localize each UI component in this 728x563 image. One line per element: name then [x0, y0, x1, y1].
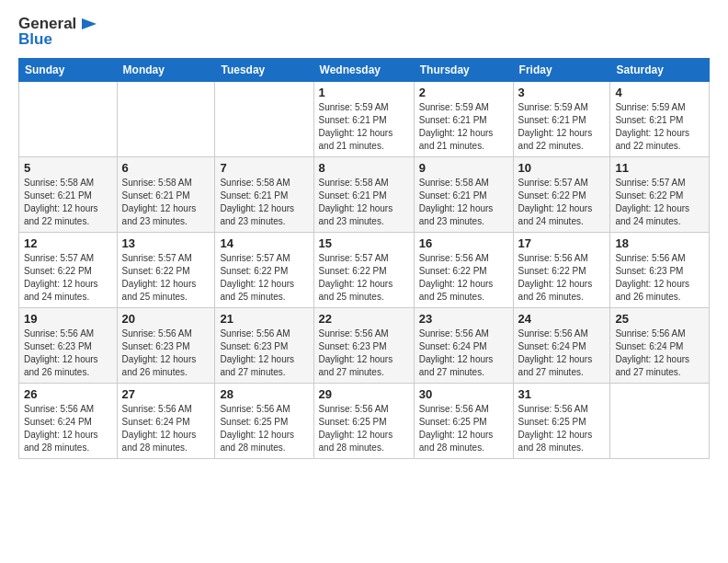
cell-day-number: 15: [319, 236, 409, 250]
page: General Blue SundayMondayTuesdayWednesda…: [0, 0, 728, 563]
calendar-cell: 5Sunrise: 5:58 AM Sunset: 6:21 PM Daylig…: [19, 156, 118, 232]
calendar-cell: 12Sunrise: 5:57 AM Sunset: 6:22 PM Dayli…: [19, 232, 118, 307]
calendar-cell: [610, 383, 710, 458]
cell-info: Sunrise: 5:56 AM Sunset: 6:24 PM Dayligh…: [518, 327, 606, 379]
cell-day-number: 16: [419, 236, 508, 250]
cell-day-number: 29: [319, 387, 409, 401]
cell-info: Sunrise: 5:56 AM Sunset: 6:23 PM Dayligh…: [24, 327, 112, 379]
cell-info: Sunrise: 5:56 AM Sunset: 6:24 PM Dayligh…: [419, 327, 508, 379]
cell-day-number: 27: [122, 387, 210, 401]
calendar-cell: 29Sunrise: 5:56 AM Sunset: 6:25 PM Dayli…: [313, 383, 414, 458]
cell-info: Sunrise: 5:57 AM Sunset: 6:22 PM Dayligh…: [220, 252, 308, 304]
cell-day-number: 24: [518, 312, 606, 326]
calendar-cell: 10Sunrise: 5:57 AM Sunset: 6:22 PM Dayli…: [513, 156, 610, 232]
cell-day-number: 11: [615, 161, 704, 175]
cell-info: Sunrise: 5:56 AM Sunset: 6:23 PM Dayligh…: [122, 327, 210, 379]
cell-info: Sunrise: 5:58 AM Sunset: 6:21 PM Dayligh…: [24, 177, 112, 228]
calendar-cell: 21Sunrise: 5:56 AM Sunset: 6:23 PM Dayli…: [215, 307, 313, 383]
weekday-header-wednesday: Wednesday: [313, 58, 414, 81]
calendar-cell: 6Sunrise: 5:58 AM Sunset: 6:21 PM Daylig…: [117, 156, 215, 232]
weekday-header-thursday: Thursday: [414, 58, 513, 81]
cell-info: Sunrise: 5:57 AM Sunset: 6:22 PM Dayligh…: [24, 252, 112, 304]
cell-day-number: 22: [319, 312, 409, 326]
calendar-cell: 20Sunrise: 5:56 AM Sunset: 6:23 PM Dayli…: [117, 307, 215, 383]
cell-day-number: 12: [24, 236, 112, 250]
cell-day-number: 19: [24, 312, 112, 326]
cell-info: Sunrise: 5:58 AM Sunset: 6:21 PM Dayligh…: [319, 177, 409, 228]
cell-info: Sunrise: 5:58 AM Sunset: 6:21 PM Dayligh…: [122, 177, 210, 228]
cell-day-number: 14: [220, 236, 308, 250]
cell-day-number: 5: [24, 161, 112, 175]
cell-day-number: 7: [220, 161, 308, 175]
calendar-cell: 18Sunrise: 5:56 AM Sunset: 6:23 PM Dayli…: [610, 232, 710, 307]
cell-info: Sunrise: 5:56 AM Sunset: 6:25 PM Dayligh…: [419, 403, 508, 454]
cell-info: Sunrise: 5:56 AM Sunset: 6:23 PM Dayligh…: [615, 252, 704, 304]
logo: General Blue: [18, 15, 97, 49]
calendar-cell: 25Sunrise: 5:56 AM Sunset: 6:24 PM Dayli…: [610, 307, 710, 383]
cell-info: Sunrise: 5:56 AM Sunset: 6:23 PM Dayligh…: [220, 327, 308, 379]
cell-info: Sunrise: 5:56 AM Sunset: 6:23 PM Dayligh…: [319, 327, 409, 379]
cell-info: Sunrise: 5:58 AM Sunset: 6:21 PM Dayligh…: [419, 177, 508, 228]
cell-day-number: 3: [518, 86, 606, 99]
calendar-cell: 1Sunrise: 5:59 AM Sunset: 6:21 PM Daylig…: [313, 81, 414, 156]
calendar-cell: 24Sunrise: 5:56 AM Sunset: 6:24 PM Dayli…: [513, 307, 610, 383]
header: General Blue: [18, 15, 710, 49]
cell-day-number: 25: [615, 312, 704, 326]
cell-info: Sunrise: 5:56 AM Sunset: 6:25 PM Dayligh…: [319, 403, 409, 454]
logo-text-block: General Blue: [18, 15, 97, 49]
calendar-cell: 9Sunrise: 5:58 AM Sunset: 6:21 PM Daylig…: [414, 156, 513, 232]
weekday-header-monday: Monday: [117, 58, 215, 81]
cell-info: Sunrise: 5:59 AM Sunset: 6:21 PM Dayligh…: [419, 101, 508, 153]
calendar-cell: 28Sunrise: 5:56 AM Sunset: 6:25 PM Dayli…: [215, 383, 313, 458]
calendar-cell: 19Sunrise: 5:56 AM Sunset: 6:23 PM Dayli…: [19, 307, 118, 383]
calendar-cell: 26Sunrise: 5:56 AM Sunset: 6:24 PM Dayli…: [19, 383, 118, 458]
cell-info: Sunrise: 5:57 AM Sunset: 6:22 PM Dayligh…: [122, 252, 210, 304]
calendar-cell: 2Sunrise: 5:59 AM Sunset: 6:21 PM Daylig…: [414, 81, 513, 156]
cell-info: Sunrise: 5:56 AM Sunset: 6:24 PM Dayligh…: [122, 403, 210, 454]
cell-info: Sunrise: 5:57 AM Sunset: 6:22 PM Dayligh…: [615, 177, 704, 228]
calendar-cell: 16Sunrise: 5:56 AM Sunset: 6:22 PM Dayli…: [414, 232, 513, 307]
calendar-cell: 30Sunrise: 5:56 AM Sunset: 6:25 PM Dayli…: [414, 383, 513, 458]
calendar-cell: [215, 81, 313, 156]
cell-info: Sunrise: 5:56 AM Sunset: 6:25 PM Dayligh…: [220, 403, 308, 454]
cell-day-number: 2: [419, 86, 508, 99]
week-row-2: 5Sunrise: 5:58 AM Sunset: 6:21 PM Daylig…: [19, 156, 710, 232]
weekday-header-saturday: Saturday: [610, 58, 710, 81]
cell-info: Sunrise: 5:56 AM Sunset: 6:24 PM Dayligh…: [24, 403, 112, 454]
cell-day-number: 1: [319, 86, 409, 99]
cell-day-number: 30: [419, 387, 508, 401]
cell-day-number: 4: [615, 86, 704, 99]
weekday-header-row: SundayMondayTuesdayWednesdayThursdayFrid…: [19, 58, 710, 81]
cell-day-number: 26: [24, 387, 112, 401]
calendar-cell: 8Sunrise: 5:58 AM Sunset: 6:21 PM Daylig…: [313, 156, 414, 232]
cell-info: Sunrise: 5:59 AM Sunset: 6:21 PM Dayligh…: [319, 101, 409, 153]
calendar-cell: 11Sunrise: 5:57 AM Sunset: 6:22 PM Dayli…: [610, 156, 710, 232]
cell-day-number: 28: [220, 387, 308, 401]
cell-day-number: 13: [122, 236, 210, 250]
cell-info: Sunrise: 5:56 AM Sunset: 6:24 PM Dayligh…: [615, 327, 704, 379]
calendar-cell: [19, 81, 118, 156]
weekday-header-sunday: Sunday: [19, 58, 118, 81]
cell-day-number: 31: [518, 387, 606, 401]
calendar-table: SundayMondayTuesdayWednesdayThursdayFrid…: [18, 58, 710, 459]
calendar-cell: 15Sunrise: 5:57 AM Sunset: 6:22 PM Dayli…: [313, 232, 414, 307]
week-row-5: 26Sunrise: 5:56 AM Sunset: 6:24 PM Dayli…: [19, 383, 710, 458]
calendar-cell: 23Sunrise: 5:56 AM Sunset: 6:24 PM Dayli…: [414, 307, 513, 383]
week-row-1: 1Sunrise: 5:59 AM Sunset: 6:21 PM Daylig…: [19, 81, 710, 156]
cell-day-number: 18: [615, 236, 704, 250]
calendar-cell: 17Sunrise: 5:56 AM Sunset: 6:22 PM Dayli…: [513, 232, 610, 307]
cell-day-number: 17: [518, 236, 606, 250]
calendar-cell: 3Sunrise: 5:59 AM Sunset: 6:21 PM Daylig…: [513, 81, 610, 156]
calendar-cell: 7Sunrise: 5:58 AM Sunset: 6:21 PM Daylig…: [215, 156, 313, 232]
svg-marker-0: [82, 18, 97, 29]
calendar-cell: 31Sunrise: 5:56 AM Sunset: 6:25 PM Dayli…: [513, 383, 610, 458]
cell-day-number: 9: [419, 161, 508, 175]
cell-info: Sunrise: 5:56 AM Sunset: 6:22 PM Dayligh…: [518, 252, 606, 304]
cell-day-number: 6: [122, 161, 210, 175]
week-row-4: 19Sunrise: 5:56 AM Sunset: 6:23 PM Dayli…: [19, 307, 710, 383]
cell-info: Sunrise: 5:57 AM Sunset: 6:22 PM Dayligh…: [319, 252, 409, 304]
cell-info: Sunrise: 5:56 AM Sunset: 6:25 PM Dayligh…: [518, 403, 606, 454]
calendar-cell: [117, 81, 215, 156]
week-row-3: 12Sunrise: 5:57 AM Sunset: 6:22 PM Dayli…: [19, 232, 710, 307]
cell-day-number: 8: [319, 161, 409, 175]
